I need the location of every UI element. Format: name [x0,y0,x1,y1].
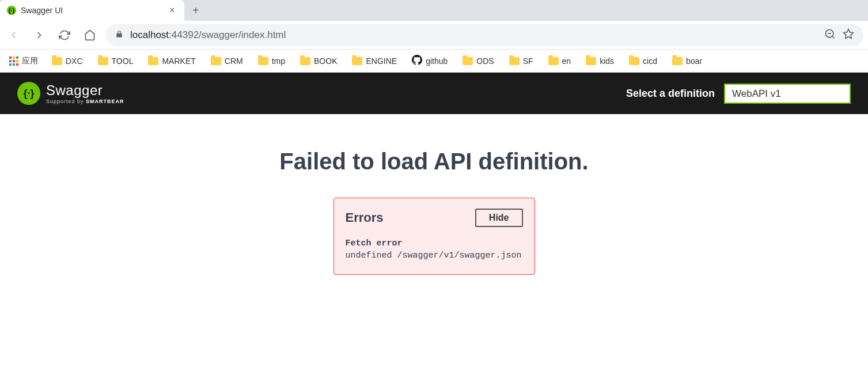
folder-icon [509,57,520,65]
new-tab-button[interactable]: + [184,4,207,17]
bookmark-label: ODS [476,56,494,66]
apps-icon [9,56,18,66]
bookmark-label: MARKET [162,56,195,66]
bookmark-label: github [426,56,448,66]
error-box-title: Errors [346,210,384,225]
bookmark-label: DXC [66,56,83,66]
folder-icon [629,57,639,65]
svg-rect-3 [16,56,18,59]
back-button[interactable] [5,26,23,44]
hide-button[interactable]: Hide [475,209,523,227]
bookmark-label: SF [523,56,533,66]
svg-rect-7 [9,63,12,66]
swagger-brand-name: Swagger [46,82,103,99]
folder-icon [300,57,310,65]
url-text: localhost:44392/swagger/index.html [130,29,817,41]
bookmark-item[interactable]: en [543,54,577,68]
bookmark-label: tmp [272,56,285,66]
zoom-icon[interactable] [824,28,836,42]
svg-rect-5 [13,60,15,62]
bookmark-item[interactable]: tmp [252,54,291,68]
bookmark-label: CRM [225,56,243,66]
tab-title: Swagger UI [21,6,162,15]
browser-toolbar: localhost:44392/swagger/index.html [0,21,868,50]
folder-icon [586,57,596,65]
forward-button[interactable] [30,26,48,44]
swagger-favicon: {·} [7,6,16,15]
bookmark-item[interactable]: ENGINE [346,54,403,68]
lock-icon [115,30,123,40]
definition-select[interactable]: WebAPI v1 [724,84,851,104]
bookmark-label: cicd [643,56,657,66]
bookmark-item[interactable]: BOOK [294,54,343,68]
bookmark-item[interactable]: MARKET [142,54,201,68]
error-detail-body: undefined /swagger/v1/swagger.json [346,249,523,262]
reload-button[interactable] [55,26,74,44]
svg-rect-6 [16,60,18,62]
error-box: Errors Hide Fetch error undefined /swagg… [333,198,535,275]
bookmark-label: boar [686,56,702,66]
bookmark-label: BOOK [314,56,337,66]
swagger-logo-icon: {·} [17,82,40,105]
apps-button[interactable]: 应用 [5,54,43,69]
bookmark-item[interactable]: TOOL [92,54,139,68]
folder-icon [211,57,221,65]
bookmark-label: kids [600,56,614,66]
error-heading: Failed to load API definition. [23,149,845,175]
bookmark-star-icon[interactable] [843,28,854,42]
bookmark-item[interactable]: kids [580,54,620,68]
bookmark-label: ENGINE [366,56,397,66]
bookmark-item[interactable]: SF [503,54,539,68]
svg-rect-2 [13,56,15,59]
definition-section: Select a definition WebAPI v1 [626,84,851,104]
swagger-header: {·} Swagger Supported by SMARTBEAR Selec… [0,73,868,114]
browser-tab[interactable]: {·} Swagger UI × [0,0,184,21]
apps-label: 应用 [22,56,38,66]
folder-icon [148,57,158,65]
bookmarks-bar: 应用 DXCTOOLMARKETCRMtmpBOOKENGINEgithubOD… [0,50,868,73]
main-content: Failed to load API definition. Errors Hi… [0,114,868,309]
address-bar[interactable]: localhost:44392/swagger/index.html [106,24,863,46]
bookmark-item[interactable]: DXC [46,54,89,68]
home-button[interactable] [81,26,99,44]
svg-rect-8 [13,63,15,66]
folder-icon [52,57,62,65]
svg-rect-4 [9,60,12,62]
bookmark-item[interactable]: boar [666,54,708,68]
svg-rect-1 [9,56,12,59]
bookmark-item[interactable]: CRM [205,54,249,68]
swagger-logo[interactable]: {·} Swagger Supported by SMARTBEAR [17,82,124,105]
bookmark-item[interactable]: github [406,52,453,69]
folder-icon [672,57,683,65]
bookmark-label: TOOL [112,56,134,66]
error-detail-title: Fetch error [346,237,523,249]
bookmark-item[interactable]: ODS [457,54,499,68]
close-tab-icon[interactable]: × [167,5,177,16]
github-icon [412,55,422,67]
select-definition-label: Select a definition [626,88,715,100]
browser-tab-strip: {·} Swagger UI × + [0,0,868,21]
folder-icon [352,57,362,65]
swagger-supported-by: Supported by SMARTBEAR [46,99,124,104]
bookmark-item[interactable]: cicd [623,54,663,68]
error-detail: Fetch error undefined /swagger/v1/swagge… [346,237,523,262]
folder-icon [258,57,268,65]
bookmark-label: en [562,56,571,66]
folder-icon [463,57,473,65]
folder-icon [548,57,559,65]
folder-icon [98,57,108,65]
svg-rect-9 [16,63,18,66]
